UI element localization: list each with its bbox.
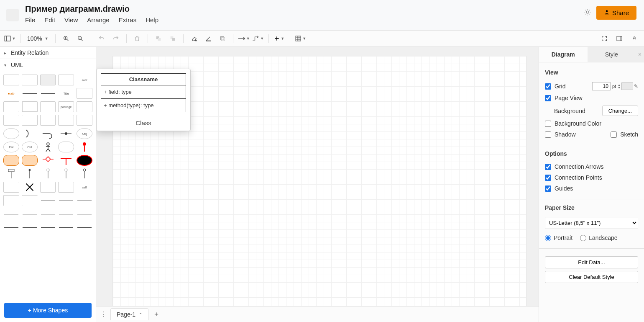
shadow-button[interactable]: [216, 32, 229, 45]
shape-thumb[interactable]: [40, 195, 56, 206]
shape-thumb[interactable]: [58, 155, 74, 166]
shape-thumb[interactable]: [3, 128, 19, 139]
shape-thumb[interactable]: [77, 235, 92, 246]
shape-thumb[interactable]: Obj: [77, 128, 92, 139]
guides-checkbox[interactable]: [545, 185, 551, 192]
shape-thumb[interactable]: [77, 115, 92, 126]
line-color-button[interactable]: [202, 32, 215, 45]
shape-thumb[interactable]: ■ attr: [3, 88, 19, 99]
redo-button[interactable]: [110, 32, 122, 45]
shape-thumb[interactable]: [3, 155, 19, 166]
add-page-button[interactable]: ＋: [151, 309, 162, 320]
shape-thumb[interactable]: [77, 209, 92, 219]
pages-menu-button[interactable]: ⋮: [100, 310, 108, 318]
shadow-checkbox[interactable]: [545, 131, 551, 138]
shape-thumb[interactable]: [77, 142, 92, 152]
shape-thumb[interactable]: [22, 168, 38, 179]
shape-thumb[interactable]: Title: [58, 88, 74, 99]
shape-thumb[interactable]: [40, 168, 56, 179]
shape-thumb[interactable]: +attr: [77, 75, 92, 85]
appearance-icon[interactable]: [584, 8, 591, 18]
delete-button[interactable]: [131, 32, 143, 45]
grid-checkbox[interactable]: [545, 83, 551, 90]
close-format-panel[interactable]: ×: [636, 47, 644, 62]
shape-thumb[interactable]: [58, 142, 74, 152]
shape-thumb[interactable]: [3, 115, 19, 126]
shape-thumb[interactable]: [40, 128, 56, 139]
shape-thumb[interactable]: [40, 115, 56, 126]
zoom-out-button[interactable]: [74, 32, 87, 45]
canvas-area[interactable]: Classname + field: type + method(type): …: [96, 47, 539, 322]
shape-thumb[interactable]: [58, 75, 74, 85]
shape-thumb[interactable]: [77, 195, 92, 206]
shape-thumb[interactable]: [40, 155, 56, 166]
shape-thumb[interactable]: Ctrl: [22, 142, 38, 152]
shape-thumb[interactable]: [3, 101, 19, 112]
shape-thumb[interactable]: [40, 209, 56, 219]
portrait-radio[interactable]: [545, 235, 551, 241]
palette-section-uml[interactable]: ▾ UML: [0, 59, 96, 71]
menu-file[interactable]: File: [25, 16, 35, 23]
format-panel-toggle[interactable]: [613, 32, 626, 45]
shape-thumb[interactable]: [77, 155, 92, 166]
table-button[interactable]: ▼: [294, 32, 307, 45]
background-color-checkbox[interactable]: [545, 121, 551, 127]
grid-color-swatch[interactable]: [621, 82, 633, 90]
shape-thumb[interactable]: [77, 101, 92, 112]
shape-thumb[interactable]: [22, 209, 38, 219]
grid-size-input[interactable]: [592, 82, 611, 90]
page-tab-active[interactable]: Page-1 ⌃: [110, 308, 148, 320]
shape-thumb[interactable]: [22, 235, 38, 246]
shape-thumb[interactable]: [58, 195, 74, 206]
shape-thumb[interactable]: [58, 182, 74, 193]
sidebar-toggle-button[interactable]: ▼: [3, 32, 16, 45]
landscape-radio[interactable]: [580, 235, 586, 241]
to-back-button[interactable]: [166, 32, 179, 45]
page-view-checkbox[interactable]: [545, 95, 551, 101]
shape-thumb[interactable]: package: [58, 101, 74, 112]
shape-thumb[interactable]: [22, 195, 38, 206]
zoom-in-button[interactable]: [60, 32, 72, 45]
waypoints-button[interactable]: ▼: [252, 32, 264, 45]
collapse-button[interactable]: [628, 32, 641, 45]
shape-thumb[interactable]: [22, 155, 38, 166]
shape-thumb[interactable]: [22, 128, 38, 139]
fullscreen-button[interactable]: [598, 32, 611, 45]
menu-extras[interactable]: Extras: [119, 16, 137, 23]
grid-size-stepper[interactable]: ▲▼: [618, 83, 621, 89]
shape-thumb[interactable]: [3, 195, 19, 206]
shape-thumb[interactable]: [22, 182, 38, 193]
shape-thumb[interactable]: [58, 235, 74, 246]
shape-thumb[interactable]: [40, 101, 56, 112]
shape-thumb[interactable]: [58, 128, 74, 139]
shape-thumb[interactable]: [3, 168, 19, 179]
shape-thumb[interactable]: [77, 88, 92, 99]
shape-thumb[interactable]: [77, 168, 92, 179]
shape-thumb[interactable]: [40, 88, 56, 99]
insert-button[interactable]: ▼: [273, 32, 286, 45]
clear-default-style-button[interactable]: Clear Default Style: [545, 271, 638, 283]
shape-thumb[interactable]: [58, 115, 74, 126]
undo-button[interactable]: [95, 32, 108, 45]
tab-style[interactable]: Style: [588, 47, 636, 62]
shape-thumb[interactable]: [58, 209, 74, 219]
pencil-icon[interactable]: ✎: [634, 83, 638, 89]
shape-thumb-actor[interactable]: [40, 142, 56, 152]
menu-edit[interactable]: Edit: [44, 16, 55, 23]
shape-thumb[interactable]: [3, 222, 19, 233]
shape-thumb[interactable]: [77, 222, 92, 233]
menu-arrange[interactable]: Arrange: [87, 16, 109, 23]
connection-button[interactable]: ▼: [238, 32, 250, 45]
connection-arrows-checkbox[interactable]: [545, 164, 551, 170]
shape-thumb[interactable]: self: [77, 182, 92, 193]
shape-thumb[interactable]: [22, 101, 38, 112]
to-front-button[interactable]: [152, 32, 165, 45]
shape-thumb[interactable]: [40, 182, 56, 193]
shape-thumb[interactable]: [40, 222, 56, 233]
shape-thumb[interactable]: [58, 222, 74, 233]
menu-help[interactable]: Help: [146, 16, 158, 23]
edit-data-button[interactable]: Edit Data...: [545, 256, 638, 268]
sketch-checkbox[interactable]: [611, 131, 617, 138]
shape-thumb[interactable]: [58, 168, 74, 179]
shape-thumb[interactable]: [3, 182, 19, 193]
